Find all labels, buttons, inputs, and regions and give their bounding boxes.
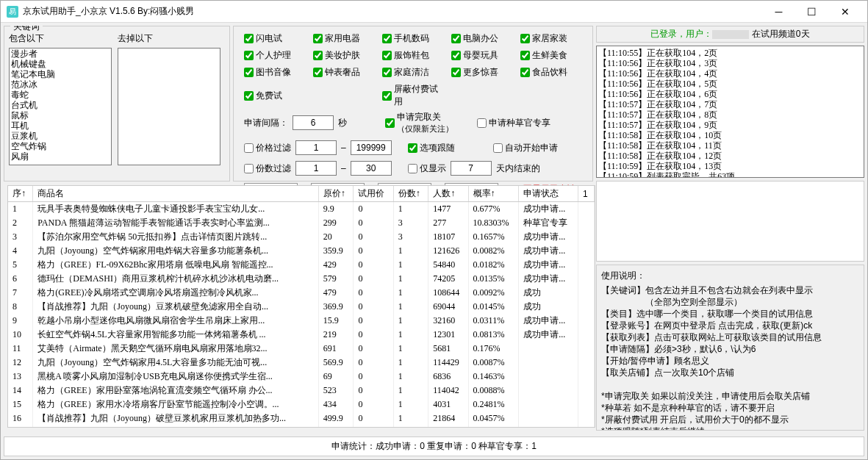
maximize-button[interactable]: ☐ <box>795 1 828 22</box>
interval-input[interactable] <box>293 115 334 130</box>
category-check[interactable]: 母婴玩具 <box>451 49 513 62</box>
exclude-listbox[interactable] <box>118 48 220 165</box>
count-max[interactable] <box>351 161 392 176</box>
price-max[interactable] <box>351 140 392 155</box>
table-row[interactable]: 16【肖战推荐】九阳（Joyoung）破壁豆浆机家用豆浆机加热多功...499.… <box>8 412 595 425</box>
count-filter[interactable]: 份数过滤 <box>244 162 291 175</box>
window-title: 京东试用助手_小京京 V1.5.6 By:闷骚小贱男 <box>23 5 762 18</box>
list-item[interactable]: 机械键盘 <box>10 59 111 69</box>
category-check[interactable]: 生鲜美食 <box>520 49 582 62</box>
table-row[interactable]: 2PANDA 熊猫超薄运动智能手表智能通话手表实时心率监测...29903277… <box>8 216 595 230</box>
table-header[interactable]: 份数↑ <box>393 186 428 202</box>
table-row[interactable]: 7格力(GREE)冷风扇塔式空调扇冷风塔扇遥控制冷风机家...479011086… <box>8 286 595 300</box>
table-header[interactable]: 试用价 <box>354 186 393 202</box>
help-box: 使用说明： 【关键词】包含左边并且不包含右边就会在列表中显示 （全部为空则全部显… <box>596 265 864 431</box>
interval-label: 申请间隔： <box>244 117 288 129</box>
table-row[interactable]: 12九阳（Joyoung）空气炸锅家用4.5L大容量多功能无油可视...569.… <box>8 356 595 370</box>
only-show[interactable]: 仅显示 <box>408 162 446 175</box>
count-min[interactable] <box>295 161 337 176</box>
table-header[interactable]: 序↑ <box>8 186 33 202</box>
only-show-days[interactable] <box>451 161 492 176</box>
category-check[interactable]: 食品饮料 <box>520 66 582 79</box>
table-row[interactable]: 9乾越小吊扇小型迷你电风扇微风扇宿舍学生吊扇床上家用...15.90132160… <box>8 314 595 328</box>
table-row[interactable]: 3【苏泊尔家用空气炸锅 50元抵扣券】点击详情页图片跳转...200318107… <box>8 230 595 244</box>
keywords-group: 关键词 包含以下 去掉以下 漫步者机械键盘笔记本电脑范冰冰毒蛇台式机鼠标耳机豆浆… <box>4 26 230 182</box>
category-check[interactable]: 图书音像 <box>244 66 306 79</box>
table-row[interactable]: 4九阳（Joyoung）空气炸锅家用电炸锅大容量多功能薯条机...359.901… <box>8 244 595 258</box>
close-button[interactable]: ✕ <box>828 1 861 22</box>
category-check[interactable]: 免费试 <box>244 83 306 108</box>
table-header[interactable]: 商品名 <box>33 186 318 202</box>
category-check[interactable]: 屏蔽付费试用 <box>382 83 444 108</box>
category-check[interactable]: 闪电试 <box>244 32 306 45</box>
exclude-label: 去掉以下 <box>118 32 220 45</box>
list-item[interactable]: 漫步者 <box>10 48 111 59</box>
table-row[interactable]: 8【肖战推荐】九阳（Joyoung）豆浆机破壁免滤家用全自动...369.901… <box>8 300 595 314</box>
table-header[interactable]: 原价↑ <box>318 186 354 202</box>
opt-finish-unfollow[interactable]: 申请完取关（仅限新关注） <box>385 111 453 134</box>
options-group: 闪电试家用电器手机数码电脑办公家居家装个人护理美妆护肤服饰鞋包母婴玩具生鲜美食图… <box>233 26 593 182</box>
image-preview <box>596 181 864 262</box>
list-item[interactable]: 范冰冰 <box>10 79 111 90</box>
stats-bar: 申请统计：成功申请：0 重复申请：0 种草官专享：1 <box>4 436 864 456</box>
category-check[interactable]: 手机数码 <box>382 32 444 45</box>
table-header[interactable]: 1 <box>578 186 595 202</box>
table-row[interactable]: 11艾美特（Airmate）黑天鹅空气循环扇电风扇家用落地扇32...69101… <box>8 342 595 356</box>
log-box[interactable]: 【11:10:55】正在获取104，2页【11:10:56】正在获取104，3页… <box>596 46 864 178</box>
category-check[interactable]: 个人护理 <box>244 49 306 62</box>
opt-autostart[interactable]: 自动开始申请 <box>493 142 558 154</box>
category-check[interactable]: 电脑办公 <box>451 32 513 45</box>
list-item[interactable]: 笔记本电脑 <box>10 69 111 79</box>
opt-follow[interactable]: 选项跟随 <box>408 142 455 154</box>
app-icon: 易 <box>7 6 18 18</box>
list-item[interactable]: 台式机 <box>10 100 111 110</box>
list-item[interactable]: 鼠标 <box>10 110 111 121</box>
table-row[interactable]: 6德玛仕（DEMASHI）商用豆浆机榨汁机碎水机沙冰机电动磨...5790174… <box>8 272 595 286</box>
titlebar: 易 京东试用助手_小京京 V1.5.6 By:闷骚小贱男 ─ ☐ ✕ <box>1 1 867 23</box>
result-table[interactable]: 序↑商品名原价↑试用价份数↑人数↑概率↑申请状态11玩具手表奥特曼蜘蛛侠电子儿童… <box>7 185 595 428</box>
table-row[interactable]: 15格力（GREE）家用水冷塔扇客厅卧室节能遥控制冷小空调。...4340140… <box>8 398 595 412</box>
list-item[interactable]: 豆浆机 <box>10 131 111 141</box>
list-item[interactable]: 毒蛇 <box>10 90 111 100</box>
category-check[interactable]: 美妆护肤 <box>313 49 375 62</box>
table-header[interactable]: 人数↑ <box>428 186 468 202</box>
table-header[interactable]: 概率↑ <box>468 186 519 202</box>
price-filter[interactable]: 价格过滤 <box>244 142 291 154</box>
category-check[interactable]: 家庭清洁 <box>382 66 444 79</box>
category-check[interactable]: 家用电器 <box>313 32 375 45</box>
table-row[interactable]: 10长虹空气炸锅4.5L大容量家用智能多功能一体烤箱薯条机 ...2190112… <box>8 328 595 342</box>
list-item[interactable]: 风扇 <box>10 151 111 162</box>
login-status: 已登录，用户： 在试用频道0天 <box>596 26 864 43</box>
list-item[interactable]: 空气炸锅 <box>10 141 111 151</box>
category-check[interactable] <box>313 83 375 108</box>
table-row[interactable]: 5格力（GREE）FL-09X62Bhc家用塔扇 低噪电风扇 智能遥控...42… <box>8 258 595 272</box>
minimize-button[interactable]: ─ <box>762 1 795 22</box>
table-row[interactable]: 17九阳（Joyoung）空气炸锅家用智能4.5L大容量多功能电炸...669.… <box>8 425 595 428</box>
category-check[interactable]: 家居家装 <box>520 32 582 45</box>
include-label: 包含以下 <box>9 32 112 45</box>
table-header[interactable]: 申请状态 <box>519 186 578 202</box>
price-min[interactable] <box>295 140 337 155</box>
include-listbox[interactable]: 漫步者机械键盘笔记本电脑范冰冰毒蛇台式机鼠标耳机豆浆机空气炸锅风扇 <box>9 48 112 165</box>
table-row[interactable]: 14格力（GREE）家用卧室落地涡轮直流变频空气循环扇 办公...5230111… <box>8 384 595 398</box>
table-row[interactable]: 1玩具手表奥特曼蜘蛛侠电子儿童卡通投影手表宝宝幼儿女...9.90114770.… <box>8 202 595 217</box>
category-check[interactable]: 钟表奢品 <box>313 66 375 79</box>
category-check[interactable]: 更多惊喜 <box>451 66 513 79</box>
table-row[interactable]: 13黑桃A 喷雾小风扇加湿制冷USB充电风扇迷你便携式学生宿...6901683… <box>8 370 595 384</box>
list-item[interactable]: 耳机 <box>10 121 111 131</box>
category-check[interactable]: 服饰鞋包 <box>382 49 444 62</box>
opt-grass[interactable]: 申请种草官专享 <box>477 117 550 129</box>
